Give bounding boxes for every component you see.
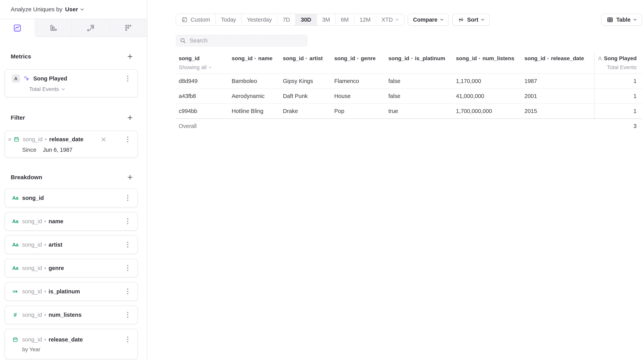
- date-range-yesterday[interactable]: Yesterday: [241, 14, 277, 25]
- showing-all-label: Showing all: [179, 64, 206, 71]
- breakdown-card-num-listens[interactable]: song_id num_listens: [4, 305, 138, 324]
- cell-name: Aerodynamic: [228, 93, 280, 99]
- tab-bar-chart[interactable]: [34, 19, 72, 37]
- range-label: 12M: [360, 17, 370, 23]
- table-view-icon: [606, 16, 614, 23]
- table-row: a43fb8 Aerodynamic Daft Punk House false…: [176, 89, 642, 103]
- breakdown-property-row: song_id release_date: [12, 335, 132, 344]
- column-header-metric[interactable]: ASong Played Total Events: [594, 52, 642, 74]
- breakdown-card-genre[interactable]: song_id genre: [4, 259, 138, 277]
- breakdown-prefix: song_id: [22, 218, 42, 225]
- range-label: 30D: [301, 17, 311, 23]
- date-range-xtd[interactable]: XTD: [376, 14, 404, 25]
- add-metric-button[interactable]: [126, 52, 134, 61]
- sort-button[interactable]: Sort: [452, 14, 490, 26]
- column-prefix: song_id: [283, 55, 304, 62]
- drag-handle-icon[interactable]: [8, 137, 12, 142]
- inactive-chart-tabs: [34, 19, 147, 37]
- date-range-12m[interactable]: 12M: [354, 14, 376, 25]
- breakdown-kebab-menu[interactable]: [124, 217, 132, 225]
- filter-value[interactable]: Jun 6, 1987: [43, 147, 72, 153]
- metric-kebab-menu[interactable]: [124, 75, 132, 83]
- metric-letter-badge: A: [12, 74, 20, 83]
- breakdown-kebab-menu[interactable]: [124, 311, 132, 319]
- tab-flows[interactable]: [72, 19, 109, 37]
- breakdown-card-artist[interactable]: song_id artist: [4, 235, 138, 254]
- cell-song-id: c994bb: [176, 108, 228, 114]
- metric-event-name: Song Played: [33, 75, 67, 82]
- column-header-genre[interactable]: song_idgenre: [331, 52, 385, 74]
- aggregation-value: Total Events: [29, 86, 59, 92]
- range-label: XTD: [382, 17, 393, 23]
- compare-label: Compare: [413, 17, 438, 23]
- cell-genre: Pop: [331, 108, 385, 114]
- entity-selector[interactable]: User: [65, 6, 84, 13]
- date-range-6m[interactable]: 6M: [335, 14, 354, 25]
- breakdown-card-song-id[interactable]: song_id: [4, 189, 138, 207]
- results-table: song_id Showing all song_idname song_ida…: [176, 52, 642, 133]
- number-property-icon: [12, 312, 19, 318]
- breakdown-card-release-date[interactable]: song_id release_date by Year: [4, 329, 138, 359]
- column-header-num-listens[interactable]: song_idnum_listens: [453, 52, 521, 74]
- aggregation-selector[interactable]: Total Events: [29, 86, 65, 92]
- column-prefix: song_id: [456, 55, 477, 62]
- cell-num-listens: 1,700,000,000: [453, 108, 521, 114]
- filter-card[interactable]: song_id release_date Since Jun 6, 1987: [4, 131, 138, 158]
- breakdown-kebab-menu[interactable]: [124, 241, 132, 249]
- filter-operator[interactable]: Since: [22, 147, 36, 153]
- breakdown-section-title: Breakdown: [11, 174, 42, 181]
- date-range-custom[interactable]: Custom: [176, 14, 215, 25]
- tab-insights-line[interactable]: [0, 19, 34, 37]
- insights-report-app: Analyze Uniques by User: [0, 0, 644, 360]
- metrics-section-title: Metrics: [11, 53, 31, 60]
- date-range-3m[interactable]: 3M: [316, 14, 335, 25]
- remove-filter-button[interactable]: [99, 137, 108, 142]
- plus-icon: [127, 53, 133, 60]
- range-label: 6M: [341, 17, 349, 23]
- breakdown-kebab-menu[interactable]: [124, 287, 132, 295]
- date-range-30d[interactable]: 30D: [295, 14, 316, 25]
- search-input[interactable]: [190, 38, 304, 44]
- column-header-artist[interactable]: song_idartist: [280, 52, 331, 74]
- filter-section-title: Filter: [11, 114, 25, 121]
- add-breakdown-button[interactable]: [126, 173, 134, 182]
- column-header-release-date[interactable]: song_idrelease_date: [521, 52, 594, 74]
- chevron-down-icon: [396, 19, 399, 21]
- column-label: artist: [309, 55, 322, 62]
- date-range-today[interactable]: Today: [215, 14, 241, 25]
- cell-release-date: 2015: [521, 108, 594, 114]
- cell-genre: Flamenco: [331, 78, 385, 84]
- column-label: is_platinum: [415, 55, 445, 62]
- path-separator-icon: [44, 338, 46, 341]
- sort-label: Sort: [467, 17, 478, 23]
- path-separator-icon: [254, 57, 256, 60]
- filter-kebab-menu[interactable]: [124, 135, 132, 144]
- tab-retention-grid[interactable]: [110, 19, 147, 37]
- compare-button[interactable]: Compare: [408, 14, 449, 26]
- toolbar-spacer: [493, 14, 598, 26]
- breakdown-card-name[interactable]: song_id name: [4, 212, 138, 231]
- calendar-icon: [12, 337, 19, 343]
- column-header-song-id[interactable]: song_id Showing all: [176, 52, 228, 74]
- breakdown-card-is-platinum[interactable]: song_id is_platinum: [4, 282, 138, 301]
- breakdown-kebab-menu[interactable]: [124, 194, 132, 202]
- showing-all-selector[interactable]: Showing all: [179, 64, 228, 71]
- date-range-7d[interactable]: 7D: [277, 14, 295, 25]
- analysis-label: Analyze Uniques by: [11, 6, 62, 13]
- filter-condition-row[interactable]: Since Jun 6, 1987: [22, 147, 132, 153]
- chart-type-tabs: [0, 19, 147, 37]
- view-selector-button[interactable]: Table: [601, 14, 642, 26]
- cell-genre: House: [331, 93, 385, 99]
- column-header-is-platinum[interactable]: song_idis_platinum: [385, 52, 453, 74]
- range-label: Custom: [190, 17, 210, 23]
- entity-value: User: [65, 6, 78, 13]
- add-filter-button[interactable]: [126, 113, 134, 122]
- breakdown-bucketing[interactable]: by Year: [22, 346, 132, 352]
- cell-is-platinum: false: [385, 78, 453, 84]
- metric-card[interactable]: A Song Played Total Events: [4, 69, 138, 97]
- calendar-icon: [181, 16, 188, 23]
- breakdown-kebab-menu[interactable]: [124, 335, 132, 344]
- column-header-name[interactable]: song_idname: [228, 52, 280, 74]
- chevron-down-icon: [440, 19, 444, 21]
- breakdown-kebab-menu[interactable]: [124, 264, 132, 272]
